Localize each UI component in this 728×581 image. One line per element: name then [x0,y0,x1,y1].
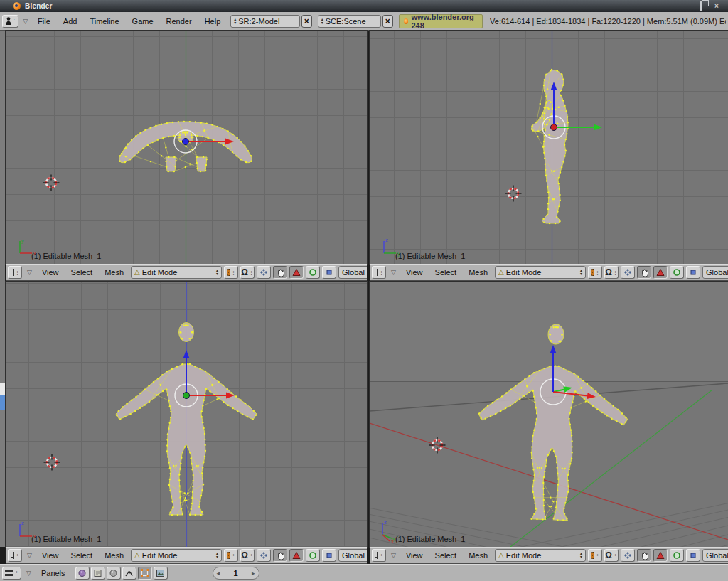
select-menu[interactable]: Select [430,550,462,561]
viewport-canvas-perspective[interactable]: zyx [370,282,728,547]
editor-type-button[interactable]: ⋮ [372,266,386,279]
orientation-dropdown[interactable]: Global ▴▾ [702,266,728,279]
close-button[interactable]: × [712,3,721,10]
mesh-figure[interactable] [531,69,569,224]
scene-delete-button[interactable]: × [382,15,393,28]
mode-dropdown[interactable]: △ Edit Mode ▴▾ [131,549,222,562]
view-menu[interactable]: View [37,550,64,561]
header-collapse-icon[interactable]: ▽ [20,18,31,25]
mode-dropdown[interactable]: △ Edit Mode ▴▾ [131,266,222,279]
menu-help[interactable]: Help [199,16,227,27]
mode-dropdown[interactable]: △ Edit Mode ▴▾ [495,266,586,279]
editor-type-button[interactable]: ⋮ [372,549,386,562]
translate-manipulator-button[interactable] [653,266,668,279]
proportional-edit-button[interactable] [621,266,635,279]
translate-manipulator-button[interactable] [289,266,304,279]
viewport-top-view[interactable]: yx (1) Editable Mesh_1 [6,31,367,264]
manipulator-toggle-button[interactable] [273,549,287,562]
rotate-circle-icon [309,268,317,277]
pivot-button[interactable]: Ω ⋮ [604,266,619,279]
editor-type-button[interactable]: ⋮ [8,266,22,279]
script-context-button[interactable] [91,567,105,580]
pivot-button[interactable]: Ω ⋮ [240,266,255,279]
pivot-button[interactable]: Ω ⋮ [240,549,255,562]
mesh-menu[interactable]: Mesh [464,550,493,561]
viewport-perspective-view[interactable]: zyx (1) Editable Mesh_1 [370,282,728,547]
dropdown-dots-icon: ⋮ [613,270,618,275]
proportional-edit-button[interactable] [257,266,271,279]
editor-type-button[interactable]: ⋮ [8,549,22,562]
svg-text:z: z [384,519,387,526]
viewport-canvas-top[interactable]: yx [6,31,367,264]
view-menu[interactable]: View [401,550,428,561]
manipulator-toggle-button[interactable] [637,266,651,279]
menu-timeline[interactable]: Timeline [84,16,124,27]
orientation-dropdown[interactable]: Global ▴▾ [702,549,728,562]
mesh-menu[interactable]: Mesh [464,267,493,278]
minimize-button[interactable]: − [681,3,690,10]
pivot-button[interactable]: Ω ⋮ [604,549,619,562]
scale-manipulator-button[interactable] [322,549,336,562]
menu-game[interactable]: Game [127,16,159,27]
rotate-manipulator-button[interactable] [306,266,320,279]
viewport-front-view[interactable]: zx (1) Editable Mesh_1 [6,282,367,547]
buttons-window-type-button[interactable]: ⋮ [2,567,21,580]
draw-type-button[interactable]: ⋮ [588,266,602,279]
proportional-edit-button[interactable] [621,549,635,562]
menu-render[interactable]: Render [161,16,198,27]
rotate-manipulator-button[interactable] [670,549,684,562]
header-collapse-icon[interactable]: ▽ [23,570,34,577]
scale-manipulator-button[interactable] [686,266,700,279]
draw-type-button[interactable]: ⋮ [588,549,602,562]
orientation-dropdown[interactable]: Global ▴▾ [338,266,367,279]
restore-button[interactable] [697,3,705,10]
object-context-button[interactable] [122,567,136,580]
logic-context-button[interactable] [75,567,90,580]
scene-selector[interactable]: ▴▾ SCE:Scene [318,15,381,28]
select-menu[interactable]: Select [66,267,98,278]
select-menu[interactable]: Select [430,267,462,278]
translate-manipulator-button[interactable] [289,549,304,562]
restore-icon [700,1,702,11]
screen-selector[interactable]: ▴▾ SR:2-Model [230,15,300,28]
info-window-type-button[interactable]: ⋮ [2,15,18,28]
viewport-canvas-side[interactable]: zy [370,31,728,264]
select-menu[interactable]: Select [66,550,98,561]
view-menu[interactable]: View [401,267,428,278]
blender-version-link[interactable]: www.blender.org 248 [399,14,483,28]
menu-file[interactable]: File [32,16,56,27]
header-collapse-icon[interactable]: ▽ [24,269,35,276]
rotate-manipulator-button[interactable] [306,549,320,562]
mode-dropdown[interactable]: △ Edit Mode ▴▾ [495,549,586,562]
viewport-side-view[interactable]: zy (1) Editable Mesh_1 [370,31,728,264]
mesh-menu[interactable]: Mesh [100,550,129,561]
blender-window: Blender − × ⋮ ▽ File Add Timeline Game R… [0,0,728,581]
view-menu[interactable]: View [37,267,64,278]
viewport-canvas-front[interactable]: zx [6,282,367,547]
editing-context-button[interactable] [138,567,152,580]
translate-manipulator-button[interactable] [653,549,668,562]
scale-manipulator-button[interactable] [322,266,336,279]
header-collapse-icon[interactable]: ▽ [24,552,35,559]
header-collapse-icon[interactable]: ▽ [388,269,399,276]
draw-type-button[interactable]: ⋮ [224,266,238,279]
proportional-edit-button[interactable] [257,549,271,562]
menu-add[interactable]: Add [58,16,83,27]
panels-menu[interactable]: Panels [36,567,70,579]
editing-icon [140,569,149,577]
screen-delete-button[interactable]: × [301,15,312,28]
frame-next-icon[interactable]: ▸ [252,570,255,577]
header-collapse-icon[interactable]: ▽ [388,552,399,559]
scale-manipulator-button[interactable] [686,549,700,562]
draw-type-button[interactable]: ⋮ [224,549,238,562]
title-bar[interactable]: Blender − × [0,0,728,12]
orientation-dropdown[interactable]: Global ▴▾ [338,549,367,562]
frame-number-field[interactable]: ◂ 1 ▸ [213,567,259,580]
rotate-manipulator-button[interactable] [670,266,684,279]
scene-context-button[interactable] [154,567,168,580]
manipulator-toggle-button[interactable] [273,266,287,279]
frame-prev-icon[interactable]: ◂ [217,570,220,577]
mesh-menu[interactable]: Mesh [100,267,129,278]
shading-context-button[interactable] [107,567,121,580]
manipulator-toggle-button[interactable] [637,549,651,562]
